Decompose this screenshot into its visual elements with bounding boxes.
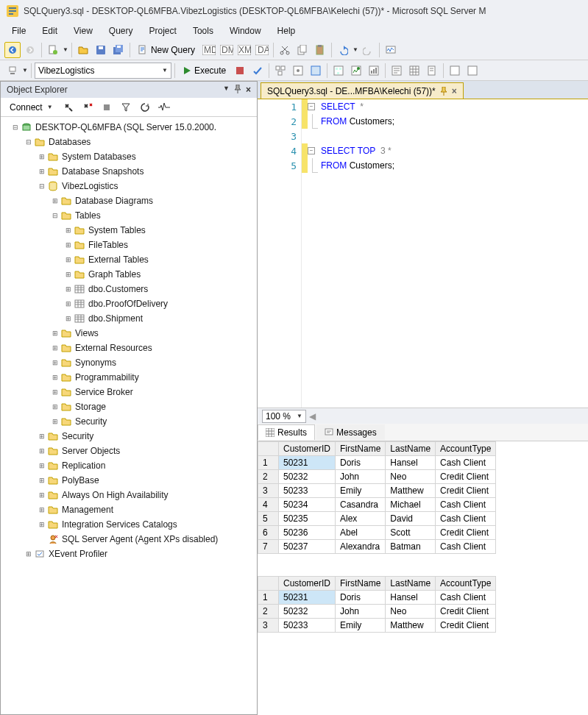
cell[interactable]: Matthew — [386, 484, 436, 498]
dmx-button[interactable]: DMX — [219, 42, 235, 58]
tree-toggle-icon[interactable]: ⊟ — [24, 138, 33, 146]
tree-item[interactable]: ⊞Integration Services Catalogs — [1, 517, 257, 532]
connect-icon[interactable] — [60, 99, 77, 115]
disconnect-icon[interactable] — [79, 99, 96, 115]
column-header[interactable]: AccountType — [436, 442, 496, 456]
cell[interactable]: Credit Client — [436, 484, 496, 498]
column-header[interactable]: LastName — [386, 442, 436, 456]
tree-item[interactable]: ⊞Database Snapshots — [1, 164, 257, 179]
tree-item[interactable]: ⊞dbo.ProofOfDelivery — [1, 296, 257, 311]
tree-toggle-icon[interactable]: ⊞ — [51, 388, 60, 396]
cell[interactable]: Cash Client — [436, 498, 496, 512]
tree-item[interactable]: ⊞Graph Tables — [1, 267, 257, 282]
tree-item[interactable]: SQL Server Agent (Agent XPs disabled) — [1, 532, 257, 547]
table-row[interactable]: 750237AlexandraBatmanCash Client — [258, 540, 496, 554]
nav-back-button[interactable] — [4, 42, 21, 58]
sql-editor[interactable]: 1 2 3 4 5 − − SELECT * FROM Customers; S — [258, 99, 588, 408]
collapse-icon[interactable]: ⊟ — [11, 123, 20, 132]
tree-item[interactable]: ⊞Management — [1, 502, 257, 517]
live-query-stats-button[interactable] — [348, 63, 364, 79]
cell[interactable]: David — [386, 512, 436, 526]
row-header[interactable]: 3 — [258, 484, 279, 498]
cell[interactable]: Casandra — [336, 498, 386, 512]
cell[interactable]: 50236 — [279, 526, 336, 540]
zoom-combo[interactable]: 100 %▼ — [262, 410, 306, 423]
cell[interactable]: Michael — [386, 498, 436, 512]
cell[interactable]: Doris — [336, 591, 386, 605]
activity-monitor-button[interactable] — [383, 42, 399, 58]
intellisense-button[interactable] — [308, 63, 324, 79]
tree-item[interactable]: ⊞dbo.Customers — [1, 282, 257, 296]
copy-button[interactable] — [294, 42, 311, 58]
parse-button[interactable] — [249, 63, 266, 79]
tree-item[interactable]: ⊞Server Objects — [1, 444, 257, 458]
fold-icon[interactable]: − — [308, 147, 315, 154]
tree-item[interactable]: ⊞Always On High Availability — [1, 488, 257, 502]
tree-item[interactable]: ⊞Security — [1, 414, 257, 429]
object-explorer-tree[interactable]: ⊟ DESKTOP-QL6MFBA (SQL Server 15.0.2000.… — [1, 117, 257, 714]
paste-button[interactable] — [312, 42, 328, 58]
column-header[interactable]: CustomerID — [279, 577, 336, 591]
tree-item[interactable]: ⊞Views — [1, 326, 257, 341]
cell[interactable]: Hansel — [386, 456, 436, 470]
row-header[interactable]: 7 — [258, 540, 279, 554]
tree-server-root[interactable]: ⊟ DESKTOP-QL6MFBA (SQL Server 15.0.2000. — [1, 120, 257, 135]
cell[interactable]: 50233 — [279, 619, 336, 633]
row-header[interactable]: 4 — [258, 498, 279, 512]
dropdown-arrow-icon[interactable]: ▼ — [22, 67, 28, 74]
menu-tools[interactable]: Tools — [185, 24, 221, 38]
column-header[interactable]: FirstName — [336, 442, 386, 456]
cell[interactable]: Matthew — [386, 619, 436, 633]
cell[interactable]: 50231 — [279, 456, 336, 470]
tree-item[interactable]: ⊞dbo.Shipment — [1, 311, 257, 326]
redo-button[interactable] — [360, 42, 376, 58]
row-header[interactable]: 2 — [258, 605, 279, 619]
close-icon[interactable]: × — [452, 86, 457, 96]
results-file-button[interactable] — [424, 63, 440, 79]
pin-icon[interactable] — [440, 87, 447, 96]
dropdown-icon[interactable]: ▼ — [223, 85, 230, 95]
results-text-button[interactable] — [389, 63, 405, 79]
cell[interactable]: Scott — [386, 526, 436, 540]
tree-toggle-icon[interactable]: ⊟ — [38, 182, 46, 191]
cell[interactable]: Cash Client — [436, 456, 496, 470]
tree-item[interactable]: ⊞Database Diagrams — [1, 193, 257, 208]
scroll-left-icon[interactable]: ◀ — [309, 411, 316, 421]
cell[interactable]: John — [336, 470, 386, 484]
menu-file[interactable]: File — [4, 24, 33, 38]
filter-icon[interactable] — [118, 99, 134, 115]
cell[interactable]: Credit Client — [436, 470, 496, 484]
include-client-stats-button[interactable] — [366, 63, 382, 79]
results-tab[interactable]: Results — [258, 424, 315, 440]
cell[interactable]: 50231 — [279, 591, 336, 605]
messages-tab[interactable]: Messages — [316, 424, 385, 440]
row-header[interactable]: 1 — [258, 456, 279, 470]
tree-item[interactable]: ⊞External Tables — [1, 252, 257, 267]
tree-toggle-icon[interactable]: ⊞ — [64, 299, 73, 308]
nav-forward-button[interactable] — [22, 42, 38, 58]
tree-item[interactable]: ⊞Replication — [1, 458, 257, 473]
cell[interactable]: Cash Client — [436, 540, 496, 554]
dax-button[interactable]: DAX — [254, 42, 270, 58]
tree-toggle-icon[interactable]: ⊞ — [38, 152, 46, 161]
cell[interactable]: Cash Client — [436, 512, 496, 526]
tree-toggle-icon[interactable]: ⊞ — [51, 329, 60, 338]
dropdown-arrow-icon[interactable]: ▼ — [353, 46, 358, 53]
tree-item[interactable]: ⊞System Tables — [1, 223, 257, 238]
table-row[interactable]: 150231DorisHanselCash Client — [258, 591, 496, 605]
tree-toggle-icon[interactable]: ⊞ — [64, 226, 73, 235]
tree-toggle-icon[interactable]: ⊞ — [51, 402, 60, 411]
tree-item[interactable]: ⊞PolyBase — [1, 473, 257, 488]
table-row[interactable]: 450234CasandraMichaelCash Client — [258, 498, 496, 512]
cell[interactable]: Alex — [336, 512, 386, 526]
cell[interactable]: 50232 — [279, 605, 336, 619]
comment-button[interactable] — [447, 63, 463, 79]
tree-toggle-icon[interactable]: ⊟ — [51, 211, 60, 220]
new-query-button[interactable]: New Query — [133, 42, 199, 58]
cell[interactable]: Credit Client — [436, 605, 496, 619]
cut-button[interactable] — [277, 42, 293, 58]
doc-tab[interactable]: SQLQuery3.sql - DE...MFBA\Kelechi (57))*… — [261, 82, 464, 99]
tree-item[interactable]: ⊞Storage — [1, 399, 257, 414]
column-header[interactable]: FirstName — [336, 577, 386, 591]
tree-toggle-icon[interactable]: ⊞ — [64, 255, 73, 264]
